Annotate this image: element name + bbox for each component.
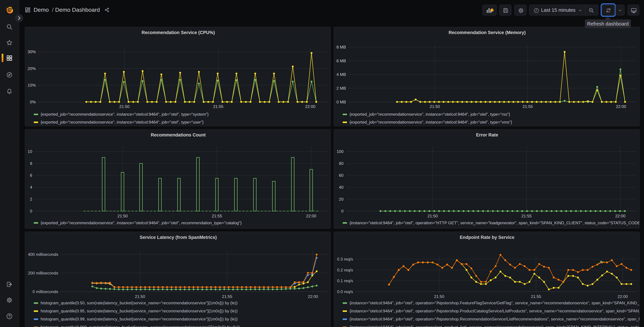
svg-text:21:50: 21:50: [427, 214, 438, 218]
svg-text:0.2 req/s: 0.2 req/s: [337, 268, 353, 272]
svg-text:8 MB: 8 MB: [336, 45, 346, 49]
svg-text:Recommendation Service (Memory: Recommendation Service (Memory): [448, 30, 526, 35]
svg-text:{exported_job="recommendations: {exported_job="recommendationservice", i…: [349, 120, 512, 124]
svg-text:22:00: 22:00: [617, 294, 628, 299]
svg-text:22:00: 22:00: [308, 294, 318, 299]
svg-text:4 MB: 4 MB: [336, 72, 346, 77]
svg-text:0 MB: 0 MB: [336, 100, 346, 104]
svg-text:0%: 0%: [30, 100, 36, 104]
svg-text:21:50: 21:50: [135, 294, 145, 299]
svg-text:400 milliseconds: 400 milliseconds: [28, 252, 58, 257]
svg-text:Endpoint Rate by Service: Endpoint Rate by Service: [460, 235, 514, 240]
svg-text:22:00: 22:00: [616, 104, 626, 109]
svg-text:{instance="otelcol:9464", job=: {instance="otelcol:9464", job="otel", op…: [349, 325, 640, 327]
svg-text:22:00: 22:00: [615, 214, 625, 218]
svg-text:0: 0: [341, 209, 343, 213]
svg-text:4: 4: [30, 185, 32, 189]
svg-text:21:50: 21:50: [117, 214, 128, 218]
svg-text:10: 10: [28, 149, 32, 154]
svg-text:22:00: 22:00: [306, 214, 316, 218]
svg-text:0: 0: [30, 209, 32, 213]
svg-text:0.0 req/s: 0.0 req/s: [337, 290, 353, 294]
svg-text:{exported_job="recommendations: {exported_job="recommendationservice", i…: [40, 112, 208, 116]
svg-text:40: 40: [339, 185, 343, 189]
svg-text:21:55: 21:55: [522, 104, 532, 109]
svg-text:2 MB: 2 MB: [336, 86, 346, 90]
svg-text:{instance="otelcol:9464", job=: {instance="otelcol:9464", job="otel", op…: [349, 309, 640, 313]
svg-text:6 MB: 6 MB: [336, 58, 346, 63]
svg-text:30%: 30%: [27, 50, 36, 54]
svg-text:Recommendations Count: Recommendations Count: [150, 132, 206, 137]
svg-text:22:00: 22:00: [305, 104, 315, 109]
svg-text:{instance="otelcol:9464", job=: {instance="otelcol:9464", job="otel", op…: [349, 317, 640, 321]
svg-text:Service Latency (from SpanMetr: Service Latency (from SpanMetrics): [140, 235, 216, 240]
svg-text:200 milliseconds: 200 milliseconds: [28, 271, 58, 275]
svg-text:21:55: 21:55: [222, 294, 232, 299]
svg-text:0.1 req/s: 0.1 req/s: [337, 278, 353, 283]
svg-text:{instance="otelcol:9464", job=: {instance="otelcol:9464", job="otel", op…: [349, 301, 640, 305]
svg-text:21:50: 21:50: [119, 104, 129, 109]
svg-text:21:50: 21:50: [430, 104, 440, 109]
svg-text:histogram_quantile(0.95, sum(r: histogram_quantile(0.95, sum(rate(latenc…: [40, 309, 238, 313]
svg-text:20%: 20%: [27, 66, 36, 71]
svg-text:0 milliseconds: 0 milliseconds: [32, 290, 58, 294]
svg-text:0.3 req/s: 0.3 req/s: [337, 257, 353, 261]
svg-text:{exported_job="recommendations: {exported_job="recommendationservice", i…: [40, 220, 242, 225]
svg-text:21:50: 21:50: [434, 294, 444, 299]
svg-text:{instance="otelcol:9464", job=: {instance="otelcol:9464", job="otel", op…: [349, 220, 640, 225]
svg-text:{exported_job="recommendations: {exported_job="recommendationservice", i…: [40, 120, 204, 124]
svg-text:80: 80: [339, 161, 343, 166]
svg-text:histogram_quantile(0.999, sum(: histogram_quantile(0.999, sum(rate(laten…: [40, 325, 240, 327]
svg-text:20: 20: [339, 197, 343, 201]
svg-text:21:55: 21:55: [521, 214, 531, 218]
svg-text:10%: 10%: [27, 83, 36, 88]
svg-text:{exported_job="recommendations: {exported_job="recommendationservice", i…: [349, 112, 510, 116]
svg-text:6: 6: [30, 173, 32, 178]
svg-text:21:55: 21:55: [531, 294, 541, 299]
svg-text:histogram_quantile(0.50, sum(r: histogram_quantile(0.50, sum(rate(latenc…: [40, 301, 238, 305]
svg-text:60: 60: [339, 173, 343, 178]
svg-text:8: 8: [30, 161, 32, 166]
svg-text:21:55: 21:55: [213, 104, 223, 109]
svg-text:100: 100: [336, 149, 343, 154]
svg-text:21:55: 21:55: [212, 214, 222, 218]
svg-text:histogram_quantile(0.99, sum(r: histogram_quantile(0.99, sum(rate(latenc…: [40, 317, 238, 321]
svg-text:2: 2: [30, 197, 32, 201]
svg-text:Error Rate: Error Rate: [476, 132, 498, 137]
svg-text:Recommendation Service (CPU%): Recommendation Service (CPU%): [141, 30, 215, 35]
